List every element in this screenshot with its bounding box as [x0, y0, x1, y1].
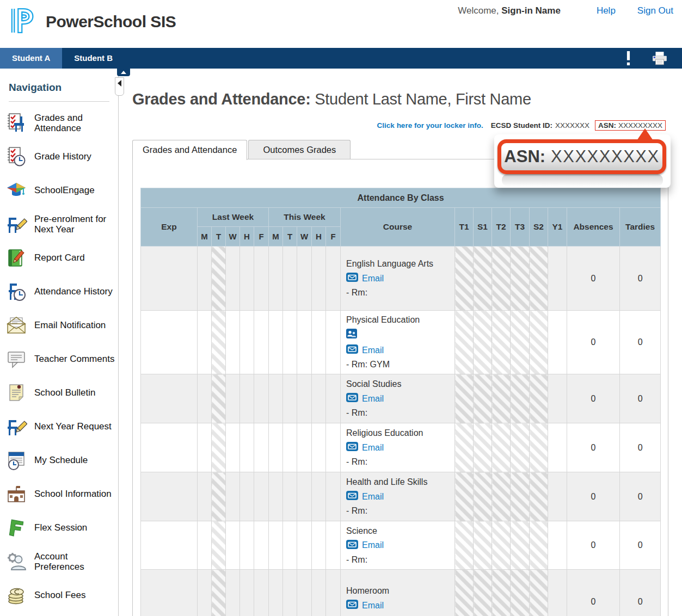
course-cell: Science Email - Rm:	[341, 521, 455, 570]
term-cell	[530, 311, 548, 374]
day-cell	[297, 472, 312, 521]
room-label: - Rm:	[346, 288, 449, 298]
term-cell	[492, 247, 511, 311]
class-group-icon[interactable]	[346, 329, 449, 341]
sign-out-link[interactable]: Sign Out	[637, 5, 673, 16]
email-teacher-link[interactable]: Email	[362, 394, 384, 404]
col-header-t1: T1	[455, 208, 474, 247]
col-header-y1: Y1	[548, 208, 567, 247]
student-tab-a[interactable]: Student A	[0, 48, 62, 69]
sidebar-item-pre-enrolment[interactable]: Pre-enrolment for Next Year	[0, 207, 118, 241]
term-cell	[530, 521, 548, 570]
asn-callout-value: XXXXXXXXX	[551, 147, 660, 167]
sidebar-item-flex-session[interactable]: Flex Session	[0, 511, 118, 545]
course-cell: English Language Arts Email - Rm:	[341, 247, 455, 311]
help-link[interactable]: Help	[597, 5, 616, 16]
day-cell	[254, 247, 269, 311]
sidebar-item-account-preferences[interactable]: Account Preferences	[0, 545, 118, 578]
sidebar-item-label: School Information	[34, 489, 112, 499]
day-cell	[240, 472, 254, 521]
room-label: - Rm:	[346, 506, 449, 516]
day-cell	[297, 247, 312, 311]
course-name: Health and Life Skills	[346, 477, 449, 487]
sidebar-item-grades-and-attendance[interactable]: Grades and Attendance	[0, 106, 118, 140]
grade-history-icon	[5, 146, 27, 168]
day-header: W	[297, 227, 312, 247]
sidebar-item-label: Flex Session	[34, 522, 87, 533]
term-cell	[455, 311, 474, 374]
day-cell	[312, 374, 326, 423]
email-teacher-link[interactable]: Email	[362, 274, 384, 284]
page-title: Grades and Attendance: Student Last Name…	[132, 90, 531, 108]
day-cell	[212, 247, 226, 311]
navigation-sidebar: Navigation Grades and Attendance	[0, 69, 119, 616]
col-header-absences: Absences	[567, 208, 620, 247]
collapse-up-arrow-tab[interactable]	[117, 69, 130, 76]
report-card-icon	[5, 247, 27, 269]
locker-info-link[interactable]: Click here for your locker info.	[377, 121, 483, 130]
term-cell	[548, 472, 567, 521]
sidebar-item-school-information[interactable]: School Information	[0, 477, 118, 511]
absences-value: 0	[567, 374, 620, 423]
sidebar-item-schoolengage[interactable]: SchoolEngage	[0, 174, 118, 207]
term-cell	[530, 472, 548, 521]
sidebar-item-email-notification[interactable]: Email Notification	[0, 309, 118, 342]
student-tab-b[interactable]: Student B	[62, 48, 125, 69]
course-name: Physical Education	[346, 315, 449, 325]
exp-cell	[141, 570, 198, 616]
term-cell	[492, 570, 511, 616]
email-icon	[346, 393, 358, 404]
alert-exclamation-icon[interactable]	[626, 51, 631, 66]
email-teacher-link[interactable]: Email	[362, 346, 384, 355]
asn-highlight-box: ASN: XXXXXXXXX	[595, 120, 666, 131]
email-icon	[346, 540, 358, 551]
email-teacher-link[interactable]: Email	[362, 540, 384, 550]
day-cell	[312, 247, 326, 311]
email-teacher-link[interactable]: Email	[362, 443, 384, 453]
sidebar-item-attendance-history[interactable]: Attendance History	[0, 275, 118, 309]
tardies-value: 0	[620, 247, 661, 311]
term-cell	[455, 472, 474, 521]
sidebar-item-my-schedule[interactable]: My Schedule	[0, 443, 118, 477]
col-header-t3: T3	[511, 208, 530, 247]
term-cell	[530, 247, 548, 311]
my-schedule-icon	[5, 449, 27, 471]
table-row: English Language Arts Email - Rm: 0 0	[141, 247, 661, 311]
room-label: - Rm:	[346, 457, 449, 467]
sidebar-item-school-bulletin[interactable]: School Bulletin	[0, 376, 118, 410]
col-header-t2: T2	[492, 208, 511, 247]
term-cell	[492, 374, 511, 423]
print-icon[interactable]	[652, 51, 668, 65]
sidebar-collapse-handle[interactable]	[115, 77, 124, 96]
day-cell	[212, 570, 226, 616]
email-teacher-link[interactable]: Email	[362, 601, 384, 611]
day-cell	[283, 570, 297, 616]
sidebar-item-report-card[interactable]: Report Card	[0, 241, 118, 275]
tab-grades-and-attendance[interactable]: Grades and Attendance	[132, 140, 247, 160]
col-header-s2: S2	[530, 208, 548, 247]
sidebar-item-school-fees[interactable]: School Fees	[0, 578, 118, 612]
term-cell	[511, 521, 530, 570]
term-cell	[530, 570, 548, 616]
term-cell	[511, 472, 530, 521]
asn-callout-pointer-icon	[637, 128, 653, 140]
day-cell	[198, 374, 212, 423]
sidebar-item-grade-history[interactable]: Grade History	[0, 140, 118, 174]
term-cell	[511, 247, 530, 311]
email-teacher-link[interactable]: Email	[362, 492, 384, 502]
day-cell	[198, 570, 212, 616]
sidebar-item-label: Next Year Request	[34, 421, 112, 432]
day-cell	[198, 423, 212, 472]
account-preferences-icon	[5, 551, 27, 572]
exp-cell	[141, 311, 198, 374]
term-cell	[474, 311, 492, 374]
tab-outcomes-grades[interactable]: Outcomes Grades	[248, 140, 351, 159]
day-cell	[254, 570, 269, 616]
course-cell: Social Studies Email - Rm:	[341, 374, 455, 423]
welcome-text: Welcome, Sign-in Name	[458, 5, 561, 16]
signed-in-user-name: Sign-in Name	[501, 5, 561, 16]
tardies-value: 0	[620, 472, 661, 521]
term-cell	[511, 423, 530, 472]
sidebar-item-next-year-request[interactable]: Next Year Request	[0, 410, 118, 443]
sidebar-item-teacher-comments[interactable]: Teacher Comments	[0, 342, 118, 376]
